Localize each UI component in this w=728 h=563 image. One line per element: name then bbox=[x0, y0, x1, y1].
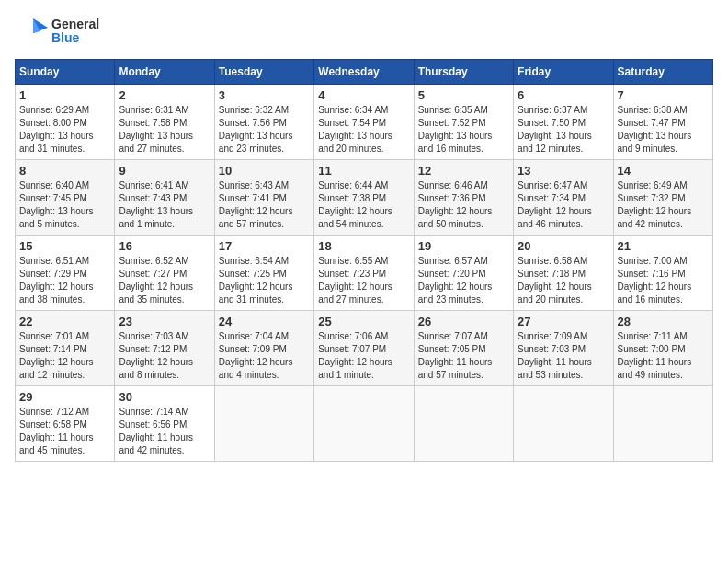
calendar-cell bbox=[514, 386, 613, 462]
day-info: Sunrise: 7:09 AM Sunset: 7:03 PM Dayligh… bbox=[518, 330, 609, 382]
day-number: 23 bbox=[119, 315, 210, 328]
calendar-week-row: 29Sunrise: 7:12 AM Sunset: 6:58 PM Dayli… bbox=[16, 386, 713, 462]
day-info: Sunrise: 6:43 AM Sunset: 7:41 PM Dayligh… bbox=[219, 179, 310, 231]
weekday-header-sunday: Sunday bbox=[16, 60, 115, 85]
day-number: 13 bbox=[518, 164, 609, 178]
calendar-cell: 16Sunrise: 6:52 AM Sunset: 7:27 PM Dayli… bbox=[115, 236, 214, 311]
calendar-cell bbox=[613, 386, 712, 462]
day-info: Sunrise: 6:32 AM Sunset: 7:56 PM Dayligh… bbox=[219, 104, 310, 155]
calendar-cell: 26Sunrise: 7:07 AM Sunset: 7:05 PM Dayli… bbox=[414, 311, 513, 386]
day-number: 27 bbox=[518, 315, 609, 328]
calendar-cell: 28Sunrise: 7:11 AM Sunset: 7:00 PM Dayli… bbox=[613, 311, 712, 386]
calendar-week-row: 22Sunrise: 7:01 AM Sunset: 7:14 PM Dayli… bbox=[16, 311, 713, 386]
day-number: 21 bbox=[618, 239, 709, 253]
calendar-cell: 17Sunrise: 6:54 AM Sunset: 7:25 PM Dayli… bbox=[214, 236, 313, 311]
calendar-cell: 22Sunrise: 7:01 AM Sunset: 7:14 PM Dayli… bbox=[16, 311, 115, 386]
day-info: Sunrise: 7:00 AM Sunset: 7:16 PM Dayligh… bbox=[618, 255, 709, 306]
calendar-cell: 3Sunrise: 6:32 AM Sunset: 7:56 PM Daylig… bbox=[214, 85, 313, 160]
calendar-cell: 24Sunrise: 7:04 AM Sunset: 7:09 PM Dayli… bbox=[214, 311, 313, 386]
calendar-table: SundayMondayTuesdayWednesdayThursdayFrid… bbox=[15, 59, 713, 462]
calendar-header-row: SundayMondayTuesdayWednesdayThursdayFrid… bbox=[16, 60, 713, 85]
day-info: Sunrise: 6:37 AM Sunset: 7:50 PM Dayligh… bbox=[518, 104, 609, 155]
weekday-header-tuesday: Tuesday bbox=[214, 60, 313, 85]
weekday-header-monday: Monday bbox=[115, 60, 214, 85]
day-info: Sunrise: 6:35 AM Sunset: 7:52 PM Dayligh… bbox=[418, 104, 509, 155]
day-info: Sunrise: 6:47 AM Sunset: 7:34 PM Dayligh… bbox=[518, 179, 609, 231]
calendar-week-row: 8Sunrise: 6:40 AM Sunset: 7:45 PM Daylig… bbox=[16, 160, 713, 236]
calendar-cell: 10Sunrise: 6:43 AM Sunset: 7:41 PM Dayli… bbox=[214, 160, 313, 236]
day-info: Sunrise: 7:07 AM Sunset: 7:05 PM Dayligh… bbox=[418, 330, 509, 382]
day-number: 22 bbox=[19, 315, 110, 328]
day-number: 12 bbox=[418, 164, 509, 178]
day-number: 16 bbox=[119, 239, 210, 253]
day-number: 29 bbox=[19, 390, 110, 404]
day-info: Sunrise: 7:12 AM Sunset: 6:58 PM Dayligh… bbox=[19, 406, 110, 457]
calendar-cell: 15Sunrise: 6:51 AM Sunset: 7:29 PM Dayli… bbox=[16, 236, 115, 311]
day-number: 28 bbox=[618, 315, 709, 328]
day-number: 1 bbox=[19, 88, 110, 102]
day-number: 7 bbox=[618, 88, 709, 102]
day-info: Sunrise: 7:14 AM Sunset: 6:56 PM Dayligh… bbox=[119, 406, 210, 457]
calendar-cell: 25Sunrise: 7:06 AM Sunset: 7:07 PM Dayli… bbox=[314, 311, 414, 386]
logo-text: GeneralBlue bbox=[51, 17, 99, 46]
day-number: 19 bbox=[418, 239, 509, 253]
day-number: 14 bbox=[618, 164, 709, 178]
calendar-cell bbox=[214, 386, 313, 462]
logo: GeneralBlue bbox=[15, 15, 99, 48]
day-info: Sunrise: 6:44 AM Sunset: 7:38 PM Dayligh… bbox=[318, 179, 409, 231]
day-number: 20 bbox=[518, 239, 609, 253]
day-info: Sunrise: 6:58 AM Sunset: 7:18 PM Dayligh… bbox=[518, 255, 609, 306]
calendar-cell: 18Sunrise: 6:55 AM Sunset: 7:23 PM Dayli… bbox=[314, 236, 414, 311]
day-number: 3 bbox=[219, 88, 310, 102]
day-number: 15 bbox=[19, 239, 110, 253]
day-number: 10 bbox=[219, 164, 310, 178]
day-info: Sunrise: 7:11 AM Sunset: 7:00 PM Dayligh… bbox=[618, 330, 709, 382]
weekday-header-saturday: Saturday bbox=[613, 60, 712, 85]
calendar-cell: 12Sunrise: 6:46 AM Sunset: 7:36 PM Dayli… bbox=[414, 160, 513, 236]
day-number: 4 bbox=[318, 88, 409, 102]
calendar-cell: 4Sunrise: 6:34 AM Sunset: 7:54 PM Daylig… bbox=[314, 85, 414, 160]
day-info: Sunrise: 6:55 AM Sunset: 7:23 PM Dayligh… bbox=[318, 255, 409, 306]
weekday-header-friday: Friday bbox=[514, 60, 613, 85]
calendar-cell: 21Sunrise: 7:00 AM Sunset: 7:16 PM Dayli… bbox=[613, 236, 712, 311]
page-header: GeneralBlue bbox=[15, 15, 713, 48]
day-info: Sunrise: 6:51 AM Sunset: 7:29 PM Dayligh… bbox=[19, 255, 110, 306]
calendar-cell: 27Sunrise: 7:09 AM Sunset: 7:03 PM Dayli… bbox=[514, 311, 613, 386]
logo-bird-icon bbox=[15, 15, 48, 48]
weekday-header-wednesday: Wednesday bbox=[314, 60, 414, 85]
day-number: 2 bbox=[119, 88, 210, 102]
calendar-cell: 20Sunrise: 6:58 AM Sunset: 7:18 PM Dayli… bbox=[514, 236, 613, 311]
day-info: Sunrise: 6:41 AM Sunset: 7:43 PM Dayligh… bbox=[119, 179, 210, 231]
day-info: Sunrise: 6:40 AM Sunset: 7:45 PM Dayligh… bbox=[19, 179, 110, 231]
day-number: 11 bbox=[318, 164, 409, 178]
calendar-cell: 7Sunrise: 6:38 AM Sunset: 7:47 PM Daylig… bbox=[613, 85, 712, 160]
calendar-cell: 23Sunrise: 7:03 AM Sunset: 7:12 PM Dayli… bbox=[115, 311, 214, 386]
day-info: Sunrise: 7:04 AM Sunset: 7:09 PM Dayligh… bbox=[219, 330, 310, 382]
calendar-week-row: 1Sunrise: 6:29 AM Sunset: 8:00 PM Daylig… bbox=[16, 85, 713, 160]
calendar-cell: 5Sunrise: 6:35 AM Sunset: 7:52 PM Daylig… bbox=[414, 85, 513, 160]
day-info: Sunrise: 6:34 AM Sunset: 7:54 PM Dayligh… bbox=[318, 104, 409, 155]
day-number: 25 bbox=[318, 315, 409, 328]
calendar-cell: 6Sunrise: 6:37 AM Sunset: 7:50 PM Daylig… bbox=[514, 85, 613, 160]
day-info: Sunrise: 6:54 AM Sunset: 7:25 PM Dayligh… bbox=[219, 255, 310, 306]
day-info: Sunrise: 7:06 AM Sunset: 7:07 PM Dayligh… bbox=[318, 330, 409, 382]
day-number: 17 bbox=[219, 239, 310, 253]
day-number: 8 bbox=[19, 164, 110, 178]
day-number: 5 bbox=[418, 88, 509, 102]
calendar-cell: 1Sunrise: 6:29 AM Sunset: 8:00 PM Daylig… bbox=[16, 85, 115, 160]
calendar-cell: 29Sunrise: 7:12 AM Sunset: 6:58 PM Dayli… bbox=[16, 386, 115, 462]
day-info: Sunrise: 6:46 AM Sunset: 7:36 PM Dayligh… bbox=[418, 179, 509, 231]
day-number: 30 bbox=[119, 390, 210, 404]
calendar-cell: 14Sunrise: 6:49 AM Sunset: 7:32 PM Dayli… bbox=[613, 160, 712, 236]
day-info: Sunrise: 6:29 AM Sunset: 8:00 PM Dayligh… bbox=[19, 104, 110, 155]
calendar-cell: 19Sunrise: 6:57 AM Sunset: 7:20 PM Dayli… bbox=[414, 236, 513, 311]
day-info: Sunrise: 6:49 AM Sunset: 7:32 PM Dayligh… bbox=[618, 179, 709, 231]
calendar-cell bbox=[414, 386, 513, 462]
calendar-cell bbox=[314, 386, 414, 462]
day-info: Sunrise: 6:38 AM Sunset: 7:47 PM Dayligh… bbox=[618, 104, 709, 155]
calendar-cell: 11Sunrise: 6:44 AM Sunset: 7:38 PM Dayli… bbox=[314, 160, 414, 236]
weekday-header-thursday: Thursday bbox=[414, 60, 513, 85]
calendar-cell: 8Sunrise: 6:40 AM Sunset: 7:45 PM Daylig… bbox=[16, 160, 115, 236]
day-number: 6 bbox=[518, 88, 609, 102]
day-info: Sunrise: 6:52 AM Sunset: 7:27 PM Dayligh… bbox=[119, 255, 210, 306]
